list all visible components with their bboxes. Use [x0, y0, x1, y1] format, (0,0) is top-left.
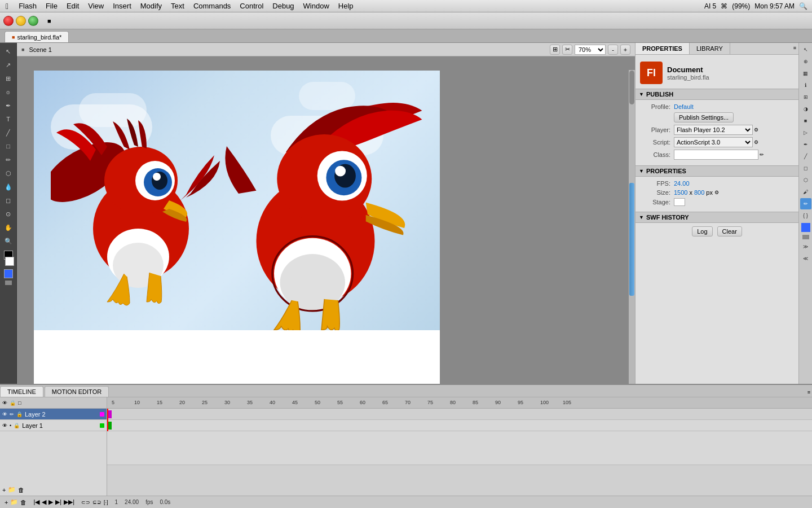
properties-section-header[interactable]: ▼ PROPERTIES — [636, 165, 798, 177]
stage-color-swatch[interactable] — [674, 198, 685, 206]
tab-library[interactable]: LIBRARY — [690, 43, 730, 54]
pencil-tool[interactable]: ✏ — [2, 154, 15, 166]
onion-outline-btn[interactable]: ⊆⊇ — [92, 500, 102, 505]
motion-editor-tab[interactable]: MOTION EDITOR — [45, 386, 109, 397]
fill-color[interactable] — [5, 257, 14, 266]
lasso-tool[interactable]: ⌾ — [2, 86, 15, 98]
menu-edit[interactable]: Edit — [62, 1, 83, 11]
clear-button[interactable]: Clear — [717, 226, 742, 237]
rt-brush[interactable]: 🖌 — [800, 186, 811, 198]
file-tab[interactable]: ■ starling_bird.fla* — [5, 31, 69, 42]
pen-tool[interactable]: ✒ — [2, 99, 15, 112]
rt-color-swatch[interactable] — [801, 223, 810, 232]
fps-value[interactable]: 24.00 — [674, 180, 690, 187]
layer1-name[interactable]: Layer 1 — [22, 422, 98, 429]
layer2-name[interactable]: Layer 2 — [25, 411, 98, 418]
text-tool[interactable]: T — [2, 113, 15, 125]
layer1-frame-track[interactable] — [107, 420, 812, 431]
subselection-tool[interactable]: ↗ — [2, 59, 15, 71]
size-width[interactable]: 1500 — [674, 189, 687, 196]
size-height[interactable]: 800 — [694, 189, 704, 196]
onion-skin-btn[interactable]: ⊂⊃ — [81, 500, 90, 505]
delete-layer-button[interactable]: 🗑 — [18, 487, 24, 493]
rt-fill[interactable]: ◻ — [800, 163, 811, 174]
menu-window[interactable]: Window — [299, 1, 334, 11]
rt-filter[interactable]: ▦ — [800, 68, 811, 79]
zoom-tool[interactable]: 🔍 — [2, 235, 15, 247]
rt-transform[interactable]: ⊕ — [800, 56, 811, 67]
go-end-btn[interactable]: ▶▶| — [64, 498, 74, 506]
layer1-dot[interactable]: • — [10, 423, 11, 428]
apple-menu[interactable]:  — [6, 2, 8, 11]
clipping-button[interactable]: ✂ — [562, 45, 572, 55]
menu-view[interactable]: View — [83, 1, 108, 11]
size-settings-icon[interactable]: ⚙ — [714, 190, 719, 195]
prev-frame-btn[interactable]: ◀ — [42, 498, 46, 506]
script-select[interactable]: ActionScript 3.0 ActionScript 2.0 — [674, 137, 753, 147]
menu-control[interactable]: Control — [235, 1, 268, 11]
rt-color[interactable]: ◑ — [800, 103, 811, 115]
menu-flash[interactable]: Flash — [14, 1, 41, 11]
layer2-frame-track[interactable] — [107, 409, 812, 420]
zoom-select[interactable]: 70% 50% 100% — [575, 45, 606, 55]
rt-stroke[interactable]: ╱ — [800, 151, 811, 162]
rt-selection[interactable]: ↖ — [800, 44, 811, 55]
folder-btn[interactable]: 📁 — [10, 498, 18, 506]
outline-icon[interactable]: □ — [18, 400, 21, 406]
vertical-scrollbar-thumb[interactable] — [629, 71, 634, 104]
search-icon[interactable]: 🔍 — [799, 2, 807, 10]
class-input[interactable] — [674, 150, 758, 160]
frames-area[interactable]: 5 10 15 20 25 30 35 40 45 50 55 60 65 70… — [107, 397, 812, 496]
class-edit-icon[interactable]: ✏ — [760, 152, 764, 157]
layer1-eye[interactable]: 👁 — [2, 423, 7, 428]
rt-code[interactable]: { } — [800, 210, 811, 221]
fit-scene-button[interactable]: ⊞ — [550, 45, 560, 55]
add-layer-btn[interactable]: + — [5, 499, 8, 506]
script-settings-icon[interactable]: ⚙ — [754, 139, 758, 145]
paint-bucket-tool[interactable]: ⬡ — [2, 167, 15, 179]
rt-pen[interactable]: ✒ — [800, 139, 811, 150]
rt-collapse[interactable]: ≫ — [800, 241, 811, 252]
menu-text[interactable]: Text — [166, 1, 189, 11]
selection-tool[interactable]: ↖ — [2, 45, 15, 58]
menu-help[interactable]: Help — [334, 1, 358, 11]
timeline-collapse-button[interactable]: ≡ — [806, 388, 812, 397]
layer-2-row[interactable]: 👁 ✏ 🔒 Layer 2 — [0, 409, 107, 420]
layer2-lock[interactable]: 🔒 — [16, 411, 23, 417]
eye-icon[interactable]: 👁 — [2, 400, 7, 406]
close-window-button[interactable] — [3, 16, 14, 26]
rt-align[interactable]: ⊞ — [800, 91, 811, 103]
go-start-btn[interactable]: |◀ — [33, 498, 39, 506]
zoom-out-button[interactable]: - — [608, 45, 618, 55]
player-settings-icon[interactable]: ⚙ — [754, 127, 758, 133]
eyedropper-tool[interactable]: 💧 — [2, 181, 15, 193]
rt-gradient[interactable]: ⬡ — [800, 174, 811, 186]
line-tool[interactable]: ╱ — [2, 126, 15, 139]
menu-modify[interactable]: Modify — [136, 1, 166, 11]
log-button[interactable]: Log — [692, 226, 712, 237]
trash-btn[interactable]: 🗑 — [20, 499, 27, 506]
add-folder-button[interactable]: 📁 — [8, 486, 16, 493]
timeline-tab[interactable]: TIMELINE — [0, 386, 43, 397]
maximize-window-button[interactable] — [28, 16, 38, 26]
layer1-lock[interactable]: 🔒 — [14, 423, 20, 428]
rt-library[interactable]: ■ — [800, 115, 811, 126]
rectangle-tool[interactable]: □ — [2, 140, 15, 152]
free-transform-tool[interactable]: ⊞ — [2, 72, 15, 85]
publish-section-header[interactable]: ▼ PUBLISH — [636, 89, 798, 100]
menu-debug[interactable]: Debug — [268, 1, 298, 11]
tab-properties[interactable]: PROPERTIES — [636, 43, 690, 54]
zoom-in-button[interactable]: + — [620, 45, 630, 55]
lock-icon[interactable]: 🔒 — [10, 400, 16, 406]
menu-commands[interactable]: Commands — [189, 1, 235, 11]
layer2-eye[interactable]: 👁 — [2, 411, 7, 417]
rt-expand[interactable]: ≪ — [800, 253, 811, 264]
edit-onion-btn[interactable]: [·] — [104, 500, 108, 505]
next-frame-btn[interactable]: ▶| — [55, 498, 61, 506]
minimize-window-button[interactable] — [16, 16, 26, 26]
rt-motion[interactable]: ▷ — [800, 127, 811, 138]
panel-collapse-button[interactable]: ≡ — [791, 43, 798, 54]
swf-section-header[interactable]: ▼ SWF HISTORY — [636, 212, 798, 223]
layer2-pencil[interactable]: ✏ — [10, 411, 14, 417]
menu-file[interactable]: File — [41, 1, 62, 11]
